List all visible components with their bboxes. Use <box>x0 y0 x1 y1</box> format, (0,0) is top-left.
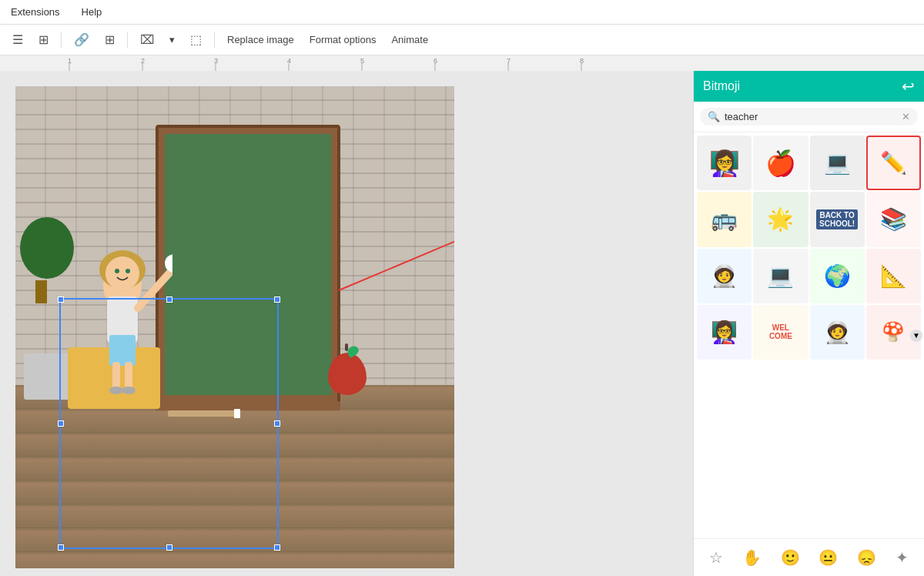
bitmoji-item[interactable]: 🧑‍🚀 <box>810 305 865 360</box>
grid-icon: ⊞ <box>38 32 49 47</box>
insert-image-button[interactable]: ⊞ <box>99 29 121 50</box>
bitmoji-item[interactable]: 🚌 <box>697 192 752 246</box>
bitmoji-back-button[interactable]: ↩ <box>902 77 915 95</box>
svg-text:4: 4 <box>287 57 291 65</box>
bitmoji-search-bar: 🔍 ✕ <box>694 102 924 132</box>
svg-text:8: 8 <box>580 57 584 65</box>
insert-image-icon: ⊞ <box>105 32 115 47</box>
bitmoji-item[interactable]: 📚 <box>866 192 921 246</box>
sparkle-button[interactable]: ✦ <box>889 545 915 570</box>
bitmoji-item[interactable]: 🌟 <box>753 192 808 246</box>
svg-text:3: 3 <box>214 57 218 65</box>
bitmoji-item[interactable]: WELCOME <box>753 305 808 360</box>
classroom-scene <box>15 86 454 568</box>
main-area: Bitmoji ↩ 🔍 ✕ 👩‍🏫 🍎 💻 ✏️ <box>0 71 924 576</box>
bitmoji-item[interactable]: 💻 <box>810 136 865 190</box>
bitmoji-title: Bitmoji <box>703 79 740 93</box>
svg-rect-0 <box>0 55 924 71</box>
format-options-button[interactable]: Format options <box>303 31 383 49</box>
clear-icon[interactable]: ✕ <box>902 111 910 122</box>
chalkboard-inner <box>165 134 330 395</box>
separator-2 <box>127 32 128 48</box>
ruler-svg: 1 2 3 4 5 6 7 8 <box>0 55 924 71</box>
svg-text:1: 1 <box>68 57 72 65</box>
sad-button[interactable]: 😞 <box>851 545 882 570</box>
svg-text:2: 2 <box>141 57 145 65</box>
canvas-area <box>0 71 693 576</box>
svg-point-26 <box>109 387 123 394</box>
neutral-button[interactable]: 😐 <box>812 545 844 570</box>
chalkboard-frame <box>156 125 340 404</box>
search-input[interactable] <box>725 111 897 122</box>
slide-canvas <box>15 86 454 568</box>
search-input-wrapper: 🔍 ✕ <box>700 108 918 126</box>
bitmoji-header: Bitmoji ↩ <box>694 71 924 102</box>
hand-button[interactable]: ✋ <box>736 545 768 570</box>
svg-point-19 <box>105 256 139 290</box>
bitmoji-item[interactable]: 🧑‍🚀 <box>697 249 752 303</box>
teacher-figure[interactable] <box>72 208 172 424</box>
svg-rect-24 <box>112 362 120 389</box>
bitmoji-item[interactable]: 📐 <box>866 249 921 303</box>
svg-text:5: 5 <box>360 57 364 65</box>
bitmoji-item[interactable]: 🌍 <box>810 249 865 303</box>
svg-point-27 <box>122 387 136 394</box>
scroll-indicator: ▼ <box>910 330 922 342</box>
bitmoji-grid: 👩‍🏫 🍎 💻 ✏️ 🚌 🌟 BACK TOSCHOOL! 📚 <box>694 132 924 538</box>
search-icon: 🔍 <box>708 111 720 122</box>
hamburger-icon: ☰ <box>12 32 23 47</box>
bitmoji-item[interactable]: 👩‍🏫 <box>697 136 752 190</box>
dropdown-arrow[interactable]: ▾ <box>163 31 181 49</box>
bitmoji-bottom-toolbar: ☆ ✋ 🙂 😐 😞 ✦ <box>694 538 924 576</box>
bitmoji-item[interactable]: BACK TOSCHOOL! <box>810 192 865 246</box>
bitmoji-item[interactable]: 👩‍🏫 <box>697 305 752 360</box>
extensions-menu[interactable]: Extensions <box>6 3 65 21</box>
help-menu[interactable]: Help <box>77 3 107 21</box>
happy-button[interactable]: 🙂 <box>775 545 806 570</box>
bitmoji-item[interactable]: 💻 <box>753 249 808 303</box>
chalk-piece <box>234 409 240 418</box>
separator-1 <box>61 32 62 48</box>
svg-rect-25 <box>125 362 132 389</box>
menu-bar: Extensions Help <box>0 0 924 25</box>
bitmoji-item[interactable]: 🍎 <box>753 136 808 190</box>
svg-point-21 <box>126 269 130 273</box>
format-options-label: Format options <box>310 34 377 45</box>
replace-image-button[interactable]: Replace image <box>221 31 300 49</box>
svg-point-30 <box>165 254 172 273</box>
replace-image-label: Replace image <box>227 34 294 45</box>
grid-button[interactable]: ⊞ <box>32 29 55 50</box>
link-button[interactable]: 🔗 <box>68 29 95 50</box>
animate-label: Animate <box>391 34 428 45</box>
separator-3 <box>214 32 215 48</box>
tree-pot <box>24 353 70 400</box>
ruler: 1 2 3 4 5 6 7 8 <box>0 55 924 71</box>
svg-text:6: 6 <box>434 57 437 65</box>
tree-top <box>20 217 74 279</box>
svg-text:7: 7 <box>507 57 511 65</box>
crop-button[interactable]: ⌧ <box>134 29 160 50</box>
mask-button[interactable]: ⬚ <box>184 29 208 50</box>
chalk-tray <box>168 410 239 417</box>
toolbar: ☰ ⊞ 🔗 ⊞ ⌧ ▾ ⬚ Replace image Format optio… <box>0 25 924 55</box>
chalkboard-ledge <box>156 401 340 410</box>
link-icon: 🔗 <box>74 32 89 47</box>
mask-icon: ⬚ <box>190 32 202 47</box>
favorites-button[interactable]: ☆ <box>703 545 729 570</box>
bitmoji-item-selected[interactable]: ✏️ <box>866 136 921 190</box>
svg-rect-23 <box>109 335 136 366</box>
bitmoji-panel: Bitmoji ↩ 🔍 ✕ 👩‍🏫 🍎 💻 ✏️ <box>693 71 924 576</box>
crop-icon: ⌧ <box>140 32 154 47</box>
hamburger-button[interactable]: ☰ <box>6 29 29 50</box>
animate-button[interactable]: Animate <box>385 31 434 49</box>
tree-trunk <box>35 280 47 303</box>
svg-point-20 <box>115 269 119 273</box>
